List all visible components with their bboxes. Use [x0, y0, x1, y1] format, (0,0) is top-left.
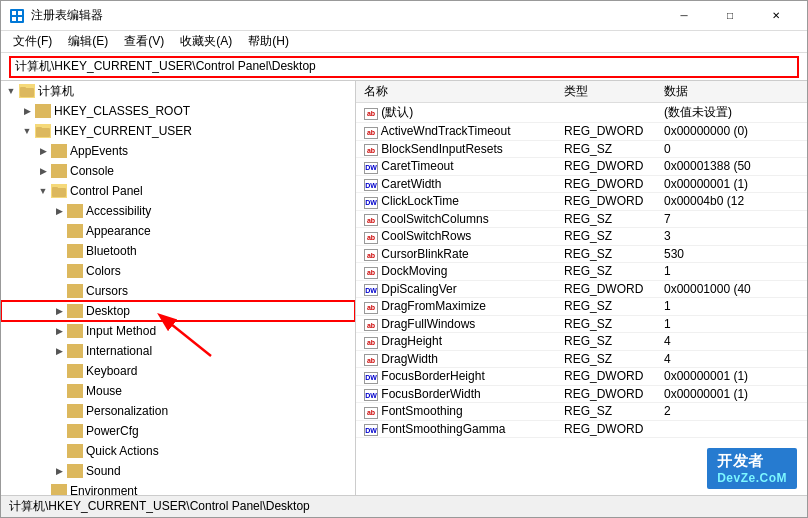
value-name: ab CoolSwitchRows: [356, 228, 556, 246]
address-input[interactable]: [9, 56, 799, 78]
tree-item-appearance[interactable]: Appearance: [1, 221, 355, 241]
col-type: 类型: [556, 81, 656, 103]
tree-item-environment[interactable]: Environment: [1, 481, 355, 495]
value-type: REG_SZ: [556, 245, 656, 263]
toggle-control-panel[interactable]: ▼: [35, 183, 51, 199]
value-name: DW FocusBorderWidth: [356, 385, 556, 403]
tree-item-bluetooth[interactable]: Bluetooth: [1, 241, 355, 261]
tree-label-accessibility: Accessibility: [86, 204, 151, 218]
title-bar: 注册表编辑器 ─ □ ✕: [1, 1, 807, 31]
tree-item-quick-actions[interactable]: Quick Actions: [1, 441, 355, 461]
table-row[interactable]: ab (默认)(数值未设置): [356, 103, 807, 123]
table-row[interactable]: DW CaretWidthREG_DWORD0x00000001 (1): [356, 175, 807, 193]
value-type: [556, 103, 656, 123]
menu-edit[interactable]: 编辑(E): [60, 31, 116, 52]
tree-item-accessibility[interactable]: ▶ Accessibility: [1, 201, 355, 221]
toggle-international[interactable]: ▶: [51, 343, 67, 359]
tree-item-appevents[interactable]: ▶ AppEvents: [1, 141, 355, 161]
tree-label-computer: 计算机: [38, 83, 74, 100]
reg-dword-icon: DW: [364, 389, 378, 401]
table-row[interactable]: ab DragFromMaximizeREG_SZ1: [356, 298, 807, 316]
table-row[interactable]: ab CursorBlinkRateREG_SZ530: [356, 245, 807, 263]
table-row[interactable]: DW DpiScalingVerREG_DWORD0x00001000 (40: [356, 280, 807, 298]
minimize-button[interactable]: ─: [661, 1, 707, 31]
svg-rect-1: [12, 11, 16, 15]
table-row[interactable]: ab DragHeightREG_SZ4: [356, 333, 807, 351]
table-row[interactable]: ab DragWidthREG_SZ4: [356, 350, 807, 368]
value-name: DW ClickLockTime: [356, 193, 556, 211]
folder-icon-powercfg: [67, 424, 83, 438]
reg-sz-icon: ab: [364, 214, 378, 226]
toggle-classes-root[interactable]: ▶: [19, 103, 35, 119]
toggle-appevents[interactable]: ▶: [35, 143, 51, 159]
toggle-computer[interactable]: ▼: [3, 83, 19, 99]
value-type: REG_SZ: [556, 298, 656, 316]
svg-rect-42: [68, 447, 74, 450]
table-row[interactable]: DW CaretTimeoutREG_DWORD0x00001388 (50: [356, 158, 807, 176]
reg-sz-icon: ab: [364, 127, 378, 139]
tree-item-control-panel[interactable]: ▼ Control Panel: [1, 181, 355, 201]
table-row[interactable]: DW FocusBorderHeightREG_DWORD0x00000001 …: [356, 368, 807, 386]
reg-sz-icon: ab: [364, 144, 378, 156]
tree-item-classes-root[interactable]: ▶ HKEY_CLASSES_ROOT: [1, 101, 355, 121]
menu-file[interactable]: 文件(F): [5, 31, 60, 52]
tree-item-sound[interactable]: ▶ Sound: [1, 461, 355, 481]
folder-icon-mouse: [67, 384, 83, 398]
maximize-button[interactable]: □: [707, 1, 753, 31]
tree-item-current-user[interactable]: ▼ HKEY_CURRENT_USER: [1, 121, 355, 141]
tree-item-desktop[interactable]: ▶ Desktop: [1, 301, 355, 321]
tree-item-console[interactable]: ▶ Console: [1, 161, 355, 181]
table-row[interactable]: ab ActiveWndTrackTimeoutREG_DWORD0x00000…: [356, 123, 807, 141]
toggle-console[interactable]: ▶: [35, 163, 51, 179]
value-data: 4: [656, 350, 807, 368]
table-row[interactable]: ab FontSmoothingREG_SZ2: [356, 403, 807, 421]
tree-item-cursors[interactable]: Cursors: [1, 281, 355, 301]
table-row[interactable]: DW FocusBorderWidthREG_DWORD0x00000001 (…: [356, 385, 807, 403]
value-name: ab FontSmoothing: [356, 403, 556, 421]
tree-item-powercfg[interactable]: PowerCfg: [1, 421, 355, 441]
tree-item-mouse[interactable]: Mouse: [1, 381, 355, 401]
menu-favorites[interactable]: 收藏夹(A): [172, 31, 240, 52]
toggle-desktop[interactable]: ▶: [51, 303, 67, 319]
value-type: REG_DWORD: [556, 158, 656, 176]
tree-label-appevents: AppEvents: [70, 144, 128, 158]
tree-label-control-panel: Control Panel: [70, 184, 143, 198]
table-row[interactable]: ab DragFullWindowsREG_SZ1: [356, 315, 807, 333]
value-data: 530: [656, 245, 807, 263]
value-name: ab (默认): [356, 103, 556, 123]
svg-rect-10: [36, 127, 42, 130]
folder-icon-environment: [51, 484, 67, 495]
table-row[interactable]: ab DockMovingREG_SZ1: [356, 263, 807, 281]
value-type: REG_SZ: [556, 350, 656, 368]
tree-label-international: International: [86, 344, 152, 358]
table-row[interactable]: DW FontSmoothingGammaREG_DWORD: [356, 420, 807, 438]
menu-view[interactable]: 查看(V): [116, 31, 172, 52]
toggle-accessibility[interactable]: ▶: [51, 203, 67, 219]
tree-label-classes: HKEY_CLASSES_ROOT: [54, 104, 190, 118]
reg-sz-icon: ab: [364, 337, 378, 349]
menu-help[interactable]: 帮助(H): [240, 31, 297, 52]
tree-item-computer[interactable]: ▼ 计算机: [1, 81, 355, 101]
folder-icon-cursors: [67, 284, 83, 298]
tree-label-cursors: Cursors: [86, 284, 128, 298]
close-button[interactable]: ✕: [753, 1, 799, 31]
toggle-sound[interactable]: ▶: [51, 463, 67, 479]
value-type: REG_DWORD: [556, 175, 656, 193]
folder-icon-appevents: [51, 144, 67, 158]
table-row[interactable]: DW ClickLockTimeREG_DWORD0x00004b0 (12: [356, 193, 807, 211]
tree-label-keyboard: Keyboard: [86, 364, 137, 378]
value-name: ab DockMoving: [356, 263, 556, 281]
tree-item-personalization[interactable]: Personalization: [1, 401, 355, 421]
tree-item-colors[interactable]: Colors: [1, 261, 355, 281]
tree-item-input-method[interactable]: ▶ Input Method: [1, 321, 355, 341]
table-row[interactable]: ab BlockSendInputResetsREG_SZ0: [356, 140, 807, 158]
tree-label-powercfg: PowerCfg: [86, 424, 139, 438]
tree-item-keyboard[interactable]: Keyboard: [1, 361, 355, 381]
value-type: REG_DWORD: [556, 123, 656, 141]
table-row[interactable]: ab CoolSwitchRowsREG_SZ3: [356, 228, 807, 246]
table-row[interactable]: ab CoolSwitchColumnsREG_SZ7: [356, 210, 807, 228]
tree-item-international[interactable]: ▶ International: [1, 341, 355, 361]
toggle-input-method[interactable]: ▶: [51, 323, 67, 339]
folder-icon-keyboard: [67, 364, 83, 378]
toggle-current-user[interactable]: ▼: [19, 123, 35, 139]
